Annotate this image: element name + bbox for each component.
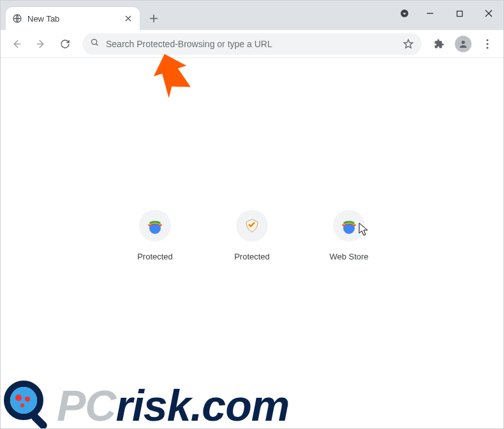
back-button[interactable]: [6, 33, 27, 55]
window-controls: [394, 1, 503, 26]
bookmark-star-icon[interactable]: [403, 38, 414, 50]
profile-button[interactable]: [452, 33, 474, 55]
tab-close-icon[interactable]: [123, 13, 133, 24]
svg-rect-2: [457, 11, 462, 16]
shortcut-favicon: [236, 210, 268, 242]
tab-strip: New Tab: [1, 1, 503, 30]
close-window-button[interactable]: [474, 1, 503, 26]
browser-tab[interactable]: New Tab: [6, 7, 140, 30]
svg-point-4: [461, 40, 464, 43]
shortcut-favicon: [333, 210, 365, 242]
shortcut-tile[interactable]: Protected: [130, 210, 181, 261]
search-tabs-icon[interactable]: [394, 1, 415, 26]
toolbar: [1, 30, 503, 58]
new-tab-button[interactable]: [145, 10, 163, 27]
svg-point-7: [486, 47, 488, 48]
shortcut-tile[interactable]: Web Store: [323, 210, 374, 261]
shortcut-row: Protected Protected Web Stor: [130, 210, 374, 261]
extensions-icon[interactable]: [428, 33, 450, 55]
avatar-icon: [455, 36, 471, 52]
forward-button[interactable]: [30, 33, 52, 55]
shortcut-label: Web Store: [329, 252, 368, 261]
search-icon: [90, 38, 100, 50]
svg-point-5: [486, 39, 488, 41]
maximize-button[interactable]: [445, 1, 474, 26]
shortcut-label: Protected: [234, 252, 270, 261]
tab-title: New Tab: [27, 14, 118, 24]
svg-point-6: [486, 43, 488, 45]
address-bar[interactable]: [82, 33, 422, 55]
new-tab-page: Protected Protected Web Stor: [1, 58, 503, 429]
shortcut-favicon: [139, 210, 171, 242]
omnibox-input[interactable]: [106, 39, 396, 49]
shortcut-tile[interactable]: Protected: [226, 210, 278, 261]
svg-point-3: [92, 40, 97, 45]
shortcut-label: Protected: [137, 252, 173, 261]
minimize-button[interactable]: [415, 1, 445, 26]
kebab-menu-icon[interactable]: [477, 33, 498, 55]
globe-icon: [12, 13, 22, 24]
reload-button[interactable]: [54, 33, 76, 55]
